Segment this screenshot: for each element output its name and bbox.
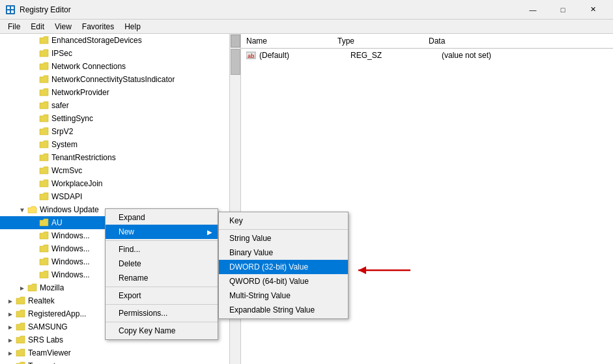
- context-menu: Expand New ▶ Find... Delete Rename Expor…: [105, 208, 218, 340]
- tree-item-srpv2[interactable]: SrpV2: [0, 125, 230, 138]
- expand-icon-enhanced-storage: [29, 35, 39, 46]
- expand-icon-realtek: ►: [5, 296, 16, 306]
- tree-label-windows3: Windows...: [51, 257, 90, 266]
- ctx-permissions[interactable]: Permissions...: [106, 306, 218, 320]
- folder-icon-srpv2: [39, 127, 50, 136]
- submenu-arrow: ▶: [207, 229, 212, 236]
- row-data: (value not set): [442, 51, 608, 60]
- expand-icon-wsdapi: [29, 191, 39, 202]
- folder-icon-tencent: [16, 361, 26, 364]
- svg-rect-4: [11, 10, 14, 13]
- tree-item-wcmsvc[interactable]: WcmSvc: [0, 164, 230, 177]
- tree-label-samsung: SAMSUNG: [28, 322, 68, 331]
- menu-bar: FileEditViewFavoritesHelp: [0, 20, 613, 34]
- submenu-binary-value[interactable]: Binary Value: [219, 245, 348, 260]
- tree-label-workplace-join: WorkplaceJoin: [51, 179, 102, 188]
- tree-item-wsdapi[interactable]: WSDAPI: [0, 190, 230, 203]
- folder-icon-setting-sync: [39, 114, 50, 123]
- ctx-sep-2: [106, 287, 218, 287]
- menu-edit[interactable]: Edit: [25, 21, 50, 33]
- menu-view[interactable]: View: [50, 21, 77, 33]
- submenu-multi-string[interactable]: Multi-String Value: [219, 288, 348, 303]
- folder-icon-windows4: [39, 270, 50, 279]
- ctx-sep-4: [106, 322, 218, 322]
- tree-item-teamviewer[interactable]: ► TeamViewer: [0, 346, 230, 359]
- ctx-find[interactable]: Find...: [106, 242, 218, 257]
- submenu: Key String Value Binary Value DWORD (32-…: [218, 212, 349, 319]
- menu-file[interactable]: File: [3, 21, 25, 33]
- tree-label-enhanced-storage: EnhancedStorageDevices: [51, 36, 142, 45]
- folder-icon-au: [39, 218, 50, 227]
- content-header: Name Type Data: [241, 34, 613, 48]
- submenu-qword-value[interactable]: QWORD (64-bit) Value: [219, 274, 348, 288]
- tree-label-realtek: Realtek: [28, 296, 55, 305]
- tree-item-system[interactable]: System: [0, 138, 230, 151]
- ctx-new[interactable]: New ▶: [106, 225, 218, 239]
- tree-item-enhanced-storage[interactable]: EnhancedStorageDevices: [0, 34, 230, 47]
- content-row-default[interactable]: ab (Default) REG_SZ (value not set): [241, 49, 613, 62]
- svg-text:ab: ab: [248, 53, 255, 59]
- tree-label-srpv2: SrpV2: [51, 127, 73, 136]
- expand-icon-teamviewer: ►: [5, 348, 16, 358]
- app-title: Registry Editor: [20, 5, 518, 14]
- svg-rect-1: [7, 7, 10, 9]
- tree-label-tencent: Tencent: [28, 361, 55, 364]
- tree-item-network-provider[interactable]: NetworkProvider: [0, 86, 230, 99]
- folder-icon-srs-labs: [16, 335, 26, 344]
- folder-icon-windows3: [39, 257, 50, 266]
- expand-icon-mozilla: ►: [17, 283, 27, 293]
- expand-icon-windows-update: ▼: [17, 204, 27, 215]
- tree-item-tenant-restrictions[interactable]: TenantRestrictions: [0, 151, 230, 164]
- row-type: REG_SZ: [350, 51, 442, 60]
- ctx-delete[interactable]: Delete: [106, 257, 218, 271]
- folder-icon-network-connectivity: [39, 75, 50, 84]
- tree-item-ipsec[interactable]: IPSec: [0, 47, 230, 60]
- ctx-copy-key[interactable]: Copy Key Name: [106, 324, 218, 338]
- expand-icon-windows1: [29, 231, 39, 241]
- minimize-button[interactable]: —: [518, 0, 548, 20]
- tree-label-wsdapi: WSDAPI: [51, 192, 82, 201]
- tree-item-setting-sync[interactable]: SettingSync: [0, 112, 230, 125]
- folder-icon-wsdapi: [39, 192, 50, 201]
- folder-icon-windows1: [39, 231, 50, 240]
- submenu-expandable-string[interactable]: Expandable String Value: [219, 303, 348, 317]
- folder-icon-samsung: [16, 322, 26, 331]
- menu-help[interactable]: Help: [119, 21, 146, 33]
- expand-icon-srs-labs: ►: [5, 335, 16, 345]
- expand-icon-windows2: [29, 244, 39, 254]
- ctx-expand[interactable]: Expand: [106, 210, 218, 225]
- submenu-string-value[interactable]: String Value: [219, 231, 348, 245]
- reg-sz-icon: ab: [246, 50, 257, 61]
- maximize-button[interactable]: □: [548, 0, 578, 20]
- folder-icon-enhanced-storage: [39, 36, 50, 45]
- folder-icon-network-provider: [39, 88, 50, 97]
- tree-item-network-connections[interactable]: Network Connections: [0, 60, 230, 73]
- close-button[interactable]: ✕: [578, 0, 608, 20]
- tree-item-workplace-join[interactable]: WorkplaceJoin: [0, 177, 230, 190]
- expand-icon-au: [29, 217, 39, 228]
- tree-label-srs-labs: SRS Labs: [28, 335, 63, 344]
- folder-icon-teamviewer: [16, 348, 26, 357]
- ctx-export[interactable]: Export: [106, 288, 218, 303]
- menu-favorites[interactable]: Favorites: [77, 21, 119, 33]
- ctx-rename[interactable]: Rename: [106, 271, 218, 285]
- tree-item-safer[interactable]: safer: [0, 99, 230, 112]
- folder-icon-wcmsvc: [39, 166, 50, 175]
- expand-icon-wcmsvc: [29, 165, 39, 176]
- tree-label-windows1: Windows...: [51, 231, 90, 240]
- col-name: Name: [246, 36, 337, 46]
- submenu-dword-value[interactable]: DWORD (32-bit) Value: [219, 260, 348, 274]
- tree-label-registered-app: RegisteredApp...: [28, 309, 86, 318]
- tree-label-au: AU: [51, 218, 63, 227]
- folder-icon-system: [39, 140, 50, 149]
- tree-label-network-provider: NetworkProvider: [51, 88, 109, 97]
- expand-icon-registered-app: ►: [5, 309, 16, 319]
- tree-item-tencent[interactable]: ► Tencent: [0, 359, 230, 364]
- tree-item-network-connectivity[interactable]: NetworkConnectivityStatusIndicator: [0, 73, 230, 86]
- ctx-sep-1: [106, 240, 218, 241]
- expand-icon-workplace-join: [29, 178, 39, 189]
- tree-label-wcmsvc: WcmSvc: [51, 166, 82, 175]
- expand-icon-ipsec: [29, 48, 39, 59]
- sub-sep-1: [219, 229, 348, 230]
- submenu-key[interactable]: Key: [219, 214, 348, 228]
